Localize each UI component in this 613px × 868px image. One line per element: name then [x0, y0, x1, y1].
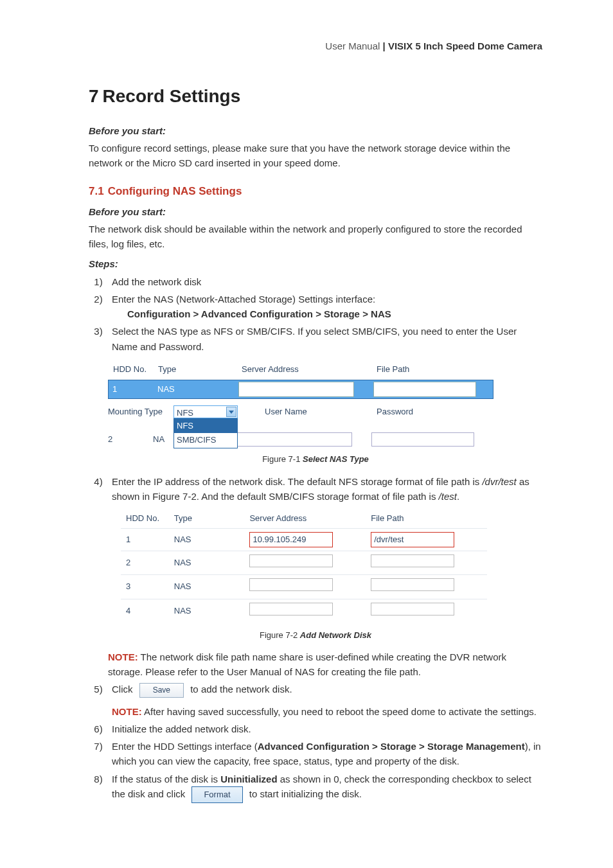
- note-1-label: NOTE:: [108, 651, 138, 662]
- fig2-cell-type: NAS: [169, 529, 245, 551]
- section-title: Configuring NAS Settings: [108, 185, 242, 197]
- fig2-cell-type: NAS: [169, 599, 245, 623]
- fig1-row1-no: 1: [110, 382, 155, 397]
- step-8b: Uninitialized: [220, 774, 277, 784]
- fig1-mounting-options[interactable]: NFS SMB/CIFS: [173, 418, 238, 448]
- fig2-filepath-input[interactable]: [371, 603, 454, 616]
- steps-list-cont: Enter the IP address of the network disk…: [89, 474, 542, 504]
- fig1-row2-no: 2: [108, 433, 153, 446]
- figure-7-1-caption: Figure 7-1 Select NAS Type: [89, 453, 542, 466]
- page-header: User Manual | VISIX 5 Inch Speed Dome Ca…: [89, 39, 542, 53]
- header-sep: |: [380, 40, 388, 51]
- step-8a: If the status of the disk is: [112, 774, 220, 784]
- table-row[interactable]: 3NAS: [121, 575, 487, 599]
- table-row[interactable]: 2NAS: [121, 551, 487, 575]
- fig1-col-hddno: HDD No.: [111, 362, 155, 377]
- figure-7-2-caption: Figure 7-2 Add Network Disk: [89, 629, 542, 642]
- fig2-cell-no: 2: [121, 551, 169, 575]
- step-4e: .: [457, 491, 459, 502]
- fig1-password-label: Password: [377, 405, 479, 418]
- fig2-cell-type: NAS: [169, 551, 245, 575]
- step-4b: /dvr/test: [482, 476, 516, 487]
- step-4d: /test: [439, 491, 457, 502]
- fig1-mounting-value: NFS: [177, 408, 193, 418]
- step-5: Click Save to add the network disk. NOTE…: [108, 682, 542, 719]
- fig1-server-input[interactable]: [238, 382, 354, 397]
- header-left: User Manual: [325, 40, 380, 51]
- fig1-password-input[interactable]: [371, 432, 474, 447]
- format-button[interactable]: Format: [191, 786, 242, 803]
- table-row[interactable]: 4NAS: [121, 599, 487, 623]
- fig2-filepath-input[interactable]: [371, 578, 454, 591]
- step-7: Enter the HDD Settings interface (Advanc…: [108, 739, 542, 769]
- fig2-cell-type: NAS: [169, 575, 245, 599]
- steps-label: Steps:: [89, 256, 542, 271]
- step-2: Enter the NAS (Network-Attached Storage)…: [108, 292, 542, 322]
- fig2-filepath-input[interactable]: /dvr/test: [371, 532, 454, 547]
- save-button[interactable]: Save: [139, 683, 184, 698]
- fig2-col-filepath: File Path: [366, 509, 487, 529]
- fig2-caption-num: Figure 7-2: [260, 630, 300, 640]
- section-intro: The network disk should be available wit…: [89, 222, 542, 252]
- chevron-down-icon[interactable]: [226, 407, 236, 417]
- step-5b: to add the network disk.: [188, 684, 292, 695]
- header-right: VISIX 5 Inch Speed Dome Camera: [388, 40, 542, 51]
- fig1-col-type: Type: [155, 362, 239, 377]
- fig1-mounting-row: Mounting Type NFS NFS SMB/CIFS User Name…: [108, 405, 493, 418]
- step-2-text: Enter the NAS (Network-Attached Storage)…: [112, 294, 375, 305]
- step-5a: Click: [112, 684, 136, 695]
- fig2-cell-no: 1: [121, 529, 169, 551]
- step-8d: to start initializing the disk.: [247, 788, 362, 799]
- fig2-header-row: HDD No. Type Server Address File Path: [121, 509, 487, 529]
- fig2-cell-no: 4: [121, 599, 169, 623]
- figure-7-1: HDD No. Type Server Address File Path 1 …: [108, 359, 493, 447]
- note-1: NOTE: The network disk file path name sh…: [108, 650, 542, 680]
- fig2-col-server: Server Address: [244, 509, 366, 529]
- figure-7-2: HDD No. Type Server Address File Path 1N…: [121, 509, 487, 623]
- fig1-caption-title: Select NAS Type: [303, 454, 369, 464]
- fig1-row2: 2 NA: [108, 432, 493, 447]
- fig1-filepath-input[interactable]: [373, 382, 476, 397]
- step-7a: Enter the HDD Settings interface (: [112, 741, 258, 752]
- fig1-username-input[interactable]: [236, 432, 352, 447]
- fig1-mounting-dropdown[interactable]: NFS NFS SMB/CIFS: [173, 405, 238, 418]
- fig1-mounting-label: Mounting Type: [108, 405, 172, 418]
- fig2-col-type: Type: [169, 509, 245, 529]
- before-you-start-2: Before you start:: [89, 204, 542, 219]
- chapter-heading: 7Record Settings: [89, 82, 542, 110]
- fig2-server-input[interactable]: [249, 578, 333, 591]
- fig2-server-input[interactable]: [249, 554, 333, 567]
- note-2-text: After having saved successfully, you nee…: [142, 706, 537, 717]
- step-4: Enter the IP address of the network disk…: [108, 474, 542, 504]
- steps-list: Add the network disk Enter the NAS (Netw…: [89, 274, 542, 354]
- fig1-col-server: Server Address: [239, 362, 355, 377]
- fig2-server-input[interactable]: [249, 603, 333, 616]
- fig1-selected-row[interactable]: 1 NAS: [108, 380, 493, 399]
- fig1-caption-num: Figure 7-1: [262, 454, 303, 464]
- fig1-row1-type: NAS: [155, 382, 238, 397]
- fig2-col-hddno: HDD No.: [121, 509, 169, 529]
- before-you-start-1: Before you start:: [89, 123, 542, 138]
- section-number: 7.1: [89, 185, 104, 197]
- fig1-opt-smbcifs[interactable]: SMB/CIFS: [174, 433, 237, 447]
- step-3: Select the NAS type as NFS or SMB/CIFS. …: [108, 324, 542, 354]
- fig1-row2-na: NA: [153, 433, 172, 446]
- fig2-server-input[interactable]: 10.99.105.249: [249, 532, 333, 547]
- step-6: Initialize the added network disk.: [108, 722, 542, 736]
- fig1-username-label: User Name: [239, 405, 355, 418]
- step-7b: Advanced Configuration > Storage > Stora…: [258, 741, 525, 752]
- note-2-label: NOTE:: [112, 706, 142, 717]
- step-8: If the status of the disk is Uninitializ…: [108, 772, 542, 803]
- chapter-title: Record Settings: [103, 86, 241, 106]
- fig1-header-row: HDD No. Type Server Address File Path: [108, 359, 493, 380]
- steps-list-cont2: Click Save to add the network disk. NOTE…: [89, 682, 542, 803]
- step-1: Add the network disk: [108, 274, 542, 289]
- note-2: NOTE: After having saved successfully, y…: [112, 704, 542, 719]
- fig2-filepath-input[interactable]: [371, 554, 454, 567]
- chapter-number: 7: [89, 86, 99, 106]
- fig2-cell-no: 3: [121, 575, 169, 599]
- intro-paragraph: To configure record settings, please mak…: [89, 141, 542, 171]
- table-row[interactable]: 1NAS10.99.105.249/dvr/test: [121, 529, 487, 551]
- fig2-caption-title: Add Network Disk: [300, 630, 371, 640]
- fig1-opt-nfs[interactable]: NFS: [174, 419, 237, 433]
